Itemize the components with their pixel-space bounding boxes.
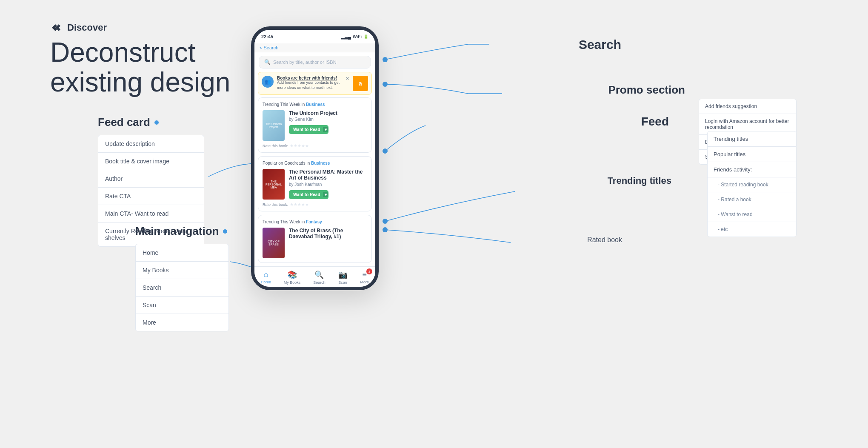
feed-card-1-content: The Unicorn Project The Unicorn Project … bbox=[263, 110, 367, 141]
feed-card-2: Popular on Goodreads in Business THE PER… bbox=[258, 156, 372, 211]
feed-item-trending: Trending titles bbox=[708, 131, 796, 147]
main-nav-title: Main navigation bbox=[135, 225, 229, 238]
book-title-2: The Personal MBA: Master the Art of Busi… bbox=[289, 169, 367, 181]
feed-card-1-header: Trending This Week in Business bbox=[263, 102, 367, 107]
book-author-2: by Josh Kaufman bbox=[289, 182, 367, 187]
nav-item-scan: Scan bbox=[136, 297, 228, 314]
signal-icon: ▂▃▄ bbox=[341, 34, 351, 39]
promo-title: Books are better with friends! bbox=[277, 76, 342, 80]
trending-titles-annotation: Trending titles bbox=[608, 175, 671, 186]
rate-line-2: Rate this book: ★★★★★ bbox=[263, 202, 367, 207]
book-author-1: by Gene Kim bbox=[289, 117, 367, 122]
nav-tab-scan[interactable]: 📷 Scan bbox=[338, 270, 348, 285]
feed-item-friends: Friends activity: bbox=[708, 162, 796, 177]
book-cover-unicorn: The Unicorn Project bbox=[263, 110, 285, 141]
phone-search-bar[interactable]: 🔍 Search by title, author or ISBN bbox=[254, 52, 375, 72]
nav-tab-home-label: Home bbox=[261, 280, 271, 284]
phone-frame: 22:45 ▂▃▄ WiFi 🔋 < Search 🔍 Search by ti… bbox=[251, 26, 379, 290]
promo-text-content: Books are better with friends! Add frien… bbox=[277, 76, 342, 90]
home-icon: ⌂ bbox=[264, 270, 268, 279]
feed-item-want: - Wanst to read bbox=[708, 207, 796, 222]
nav-list: Home My Books Search Scan More bbox=[135, 244, 229, 331]
heading-line2: existing design bbox=[50, 67, 230, 97]
phone-time: 22:45 bbox=[261, 34, 273, 39]
amazon-logo: a bbox=[353, 76, 368, 91]
book-cover-brass: CITY OF BRASS bbox=[263, 228, 285, 258]
feed-card-item: Book title & cover image bbox=[98, 153, 204, 170]
promo-annotation: Promo section bbox=[608, 83, 685, 97]
search-tab-icon: 🔍 bbox=[314, 270, 324, 280]
nav-tab-more[interactable]: ≡ More 3 bbox=[360, 270, 369, 284]
nav-item-search: Search bbox=[136, 279, 228, 297]
feed-card-item: Update description bbox=[98, 135, 204, 153]
phone-status-icons: ▂▃▄ WiFi 🔋 bbox=[341, 34, 368, 39]
nav-tab-mybooks-label: My Books bbox=[284, 280, 301, 285]
feed-annotation: Feed bbox=[641, 115, 669, 128]
svg-point-2 bbox=[383, 82, 388, 87]
more-badge: 3 bbox=[366, 268, 372, 274]
books-icon: 📚 bbox=[288, 270, 297, 280]
nav-tab-scan-label: Scan bbox=[338, 280, 347, 285]
wifi-icon: WiFi bbox=[353, 34, 362, 39]
feed-card-3: Trending This Week in Fantasy CITY OF BR… bbox=[258, 215, 372, 263]
nav-tab-mybooks[interactable]: 📚 My Books bbox=[284, 270, 301, 285]
want-to-read-btn-1[interactable]: Want to Read ▾ bbox=[289, 125, 328, 134]
book-info-3: The City of Brass (The Daevabad Trilogy,… bbox=[289, 228, 367, 241]
search-icon: 🔍 bbox=[264, 59, 271, 65]
feed-card-2-content: THE PERSONAL MBA The Personal MBA: Maste… bbox=[263, 169, 367, 200]
phone-status-bar: 22:45 ▂▃▄ WiFi 🔋 bbox=[254, 30, 375, 43]
feed-item-etc: - etc bbox=[708, 222, 796, 237]
feed-item-started: - Started reading book bbox=[708, 177, 796, 192]
search-placeholder-text: Search by title, author or ISBN bbox=[273, 60, 337, 65]
page-heading: Deconstruct existing design bbox=[50, 37, 230, 97]
search-annotation: Search bbox=[579, 37, 621, 52]
phone-mockup: 22:45 ▂▃▄ WiFi 🔋 < Search 🔍 Search by ti… bbox=[251, 26, 379, 290]
phone-feed: Trending This Week in Business The Unico… bbox=[254, 97, 375, 266]
nav-item-mybooks: My Books bbox=[136, 262, 228, 279]
stars-2[interactable]: ★★★★★ bbox=[290, 202, 309, 207]
book-cover-mba: THE PERSONAL MBA bbox=[263, 169, 285, 200]
phone-bottom-nav: ⌂ Home 📚 My Books 🔍 Search 📷 Scan ≡ More… bbox=[254, 266, 375, 290]
feed-card-2-header: Popular on Goodreads in Business bbox=[263, 161, 367, 166]
feed-card-3-content: CITY OF BRASS The City of Brass (The Dae… bbox=[263, 228, 367, 258]
phone-back-bar: < Search bbox=[254, 43, 375, 52]
rated-book-annotation: Rated book bbox=[587, 236, 622, 244]
feed-card-title: Feed card bbox=[98, 116, 204, 129]
feed-item-rated: - Rated a book bbox=[708, 192, 796, 207]
svg-point-6 bbox=[383, 219, 388, 224]
nav-tab-search-label: Search bbox=[313, 280, 326, 285]
feed-card-3-header: Trending This Week in Fantasy bbox=[263, 220, 367, 224]
rate-line-1: Rate this book: ★★★★★ bbox=[263, 143, 367, 148]
promo-desc: Add friends from your contacts to get mo… bbox=[277, 80, 342, 90]
phone-promo-banner: 👥 Books are better with friends! Add fri… bbox=[258, 72, 372, 95]
feed-item-popular: Popular titles bbox=[708, 147, 796, 162]
battery-icon: 🔋 bbox=[363, 34, 368, 39]
book-title-1: The Unicorn Project bbox=[289, 110, 367, 116]
promo-item-1: Add friends suggestion bbox=[699, 99, 796, 114]
nav-item-home: Home bbox=[136, 244, 228, 262]
feed-card-item: Rate CTA bbox=[98, 188, 204, 205]
book-info-2: The Personal MBA: Master the Art of Busi… bbox=[289, 169, 367, 199]
discover-logo-icon bbox=[50, 23, 64, 32]
nav-tab-search[interactable]: 🔍 Search bbox=[313, 270, 326, 285]
book-title-3: The City of Brass (The Daevabad Trilogy,… bbox=[289, 228, 367, 240]
want-to-read-btn-2[interactable]: Want to Read ▾ bbox=[289, 190, 328, 199]
book-info-1: The Unicorn Project by Gene Kim Want to … bbox=[289, 110, 367, 134]
stars-1[interactable]: ★★★★★ bbox=[290, 143, 309, 148]
feed-card-1: Trending This Week in Business The Unico… bbox=[258, 97, 372, 153]
main-nav-section: Main navigation Home My Books Search Sca… bbox=[135, 225, 229, 331]
phone-search-input[interactable]: 🔍 Search by title, author or ISBN bbox=[259, 56, 371, 68]
branding: Discover bbox=[50, 22, 107, 33]
nav-tab-more-label: More bbox=[360, 280, 369, 284]
feed-section-box: Trending titles Popular titles Friends a… bbox=[707, 131, 797, 237]
feed-card-dot-icon bbox=[154, 120, 159, 125]
svg-point-7 bbox=[383, 227, 388, 232]
main-nav-dot-icon bbox=[223, 229, 227, 234]
feed-card-item: Author bbox=[98, 170, 204, 188]
nav-tab-home[interactable]: ⌂ Home bbox=[261, 270, 271, 284]
app-name: Discover bbox=[67, 22, 107, 33]
feed-card-item: Main CTA- Want to read bbox=[98, 205, 204, 223]
dropdown-arrow-icon-2: ▾ bbox=[323, 192, 328, 197]
promo-close-button[interactable]: ✕ bbox=[345, 76, 349, 81]
dropdown-arrow-icon: ▾ bbox=[323, 127, 328, 132]
